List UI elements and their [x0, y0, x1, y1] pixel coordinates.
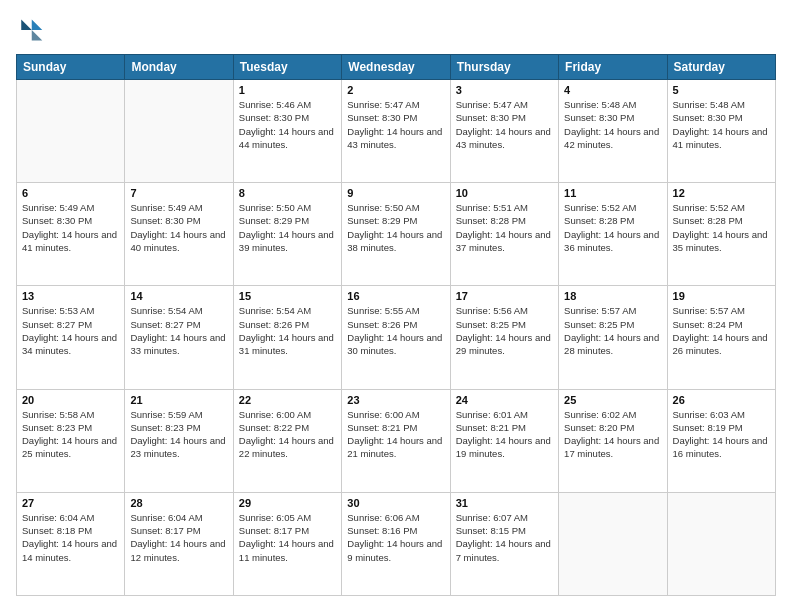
- calendar-cell: 24Sunrise: 6:01 AMSunset: 8:21 PMDayligh…: [450, 389, 558, 492]
- weekday-header: Wednesday: [342, 55, 450, 80]
- header: [16, 16, 776, 44]
- day-number: 8: [239, 187, 336, 199]
- calendar-cell: 3Sunrise: 5:47 AMSunset: 8:30 PMDaylight…: [450, 80, 558, 183]
- day-info: Sunrise: 6:02 AMSunset: 8:20 PMDaylight:…: [564, 408, 661, 461]
- calendar-cell: 21Sunrise: 5:59 AMSunset: 8:23 PMDayligh…: [125, 389, 233, 492]
- day-info: Sunrise: 6:01 AMSunset: 8:21 PMDaylight:…: [456, 408, 553, 461]
- calendar-cell: [17, 80, 125, 183]
- day-number: 6: [22, 187, 119, 199]
- calendar-cell: 2Sunrise: 5:47 AMSunset: 8:30 PMDaylight…: [342, 80, 450, 183]
- day-number: 22: [239, 394, 336, 406]
- calendar-cell: 27Sunrise: 6:04 AMSunset: 8:18 PMDayligh…: [17, 492, 125, 595]
- day-number: 30: [347, 497, 444, 509]
- calendar-cell: 14Sunrise: 5:54 AMSunset: 8:27 PMDayligh…: [125, 286, 233, 389]
- calendar-cell: 7Sunrise: 5:49 AMSunset: 8:30 PMDaylight…: [125, 183, 233, 286]
- day-number: 3: [456, 84, 553, 96]
- day-info: Sunrise: 5:54 AMSunset: 8:27 PMDaylight:…: [130, 304, 227, 357]
- calendar-week-row: 20Sunrise: 5:58 AMSunset: 8:23 PMDayligh…: [17, 389, 776, 492]
- day-number: 31: [456, 497, 553, 509]
- weekday-header: Friday: [559, 55, 667, 80]
- calendar-cell: 26Sunrise: 6:03 AMSunset: 8:19 PMDayligh…: [667, 389, 775, 492]
- weekday-header: Tuesday: [233, 55, 341, 80]
- calendar-week-row: 13Sunrise: 5:53 AMSunset: 8:27 PMDayligh…: [17, 286, 776, 389]
- day-number: 14: [130, 290, 227, 302]
- day-info: Sunrise: 5:49 AMSunset: 8:30 PMDaylight:…: [130, 201, 227, 254]
- day-number: 10: [456, 187, 553, 199]
- calendar-cell: 19Sunrise: 5:57 AMSunset: 8:24 PMDayligh…: [667, 286, 775, 389]
- day-number: 20: [22, 394, 119, 406]
- weekday-header: Saturday: [667, 55, 775, 80]
- day-info: Sunrise: 5:54 AMSunset: 8:26 PMDaylight:…: [239, 304, 336, 357]
- calendar-cell: 17Sunrise: 5:56 AMSunset: 8:25 PMDayligh…: [450, 286, 558, 389]
- day-number: 12: [673, 187, 770, 199]
- calendar-week-row: 27Sunrise: 6:04 AMSunset: 8:18 PMDayligh…: [17, 492, 776, 595]
- calendar-cell: 29Sunrise: 6:05 AMSunset: 8:17 PMDayligh…: [233, 492, 341, 595]
- day-info: Sunrise: 5:50 AMSunset: 8:29 PMDaylight:…: [239, 201, 336, 254]
- day-info: Sunrise: 6:04 AMSunset: 8:18 PMDaylight:…: [22, 511, 119, 564]
- day-number: 4: [564, 84, 661, 96]
- calendar-cell: 9Sunrise: 5:50 AMSunset: 8:29 PMDaylight…: [342, 183, 450, 286]
- day-info: Sunrise: 5:47 AMSunset: 8:30 PMDaylight:…: [456, 98, 553, 151]
- day-info: Sunrise: 5:58 AMSunset: 8:23 PMDaylight:…: [22, 408, 119, 461]
- day-info: Sunrise: 5:49 AMSunset: 8:30 PMDaylight:…: [22, 201, 119, 254]
- day-number: 17: [456, 290, 553, 302]
- day-number: 24: [456, 394, 553, 406]
- calendar-week-row: 6Sunrise: 5:49 AMSunset: 8:30 PMDaylight…: [17, 183, 776, 286]
- logo-icon: [16, 16, 44, 44]
- weekday-header: Thursday: [450, 55, 558, 80]
- calendar-cell: 6Sunrise: 5:49 AMSunset: 8:30 PMDaylight…: [17, 183, 125, 286]
- day-number: 29: [239, 497, 336, 509]
- day-number: 21: [130, 394, 227, 406]
- day-number: 7: [130, 187, 227, 199]
- day-info: Sunrise: 5:56 AMSunset: 8:25 PMDaylight:…: [456, 304, 553, 357]
- day-number: 1: [239, 84, 336, 96]
- day-number: 28: [130, 497, 227, 509]
- calendar-cell: 31Sunrise: 6:07 AMSunset: 8:15 PMDayligh…: [450, 492, 558, 595]
- calendar-cell: [125, 80, 233, 183]
- day-info: Sunrise: 5:59 AMSunset: 8:23 PMDaylight:…: [130, 408, 227, 461]
- day-info: Sunrise: 5:55 AMSunset: 8:26 PMDaylight:…: [347, 304, 444, 357]
- day-info: Sunrise: 6:07 AMSunset: 8:15 PMDaylight:…: [456, 511, 553, 564]
- calendar-cell: 20Sunrise: 5:58 AMSunset: 8:23 PMDayligh…: [17, 389, 125, 492]
- calendar-cell: 30Sunrise: 6:06 AMSunset: 8:16 PMDayligh…: [342, 492, 450, 595]
- calendar-cell: 11Sunrise: 5:52 AMSunset: 8:28 PMDayligh…: [559, 183, 667, 286]
- calendar-cell: 5Sunrise: 5:48 AMSunset: 8:30 PMDaylight…: [667, 80, 775, 183]
- day-number: 16: [347, 290, 444, 302]
- day-number: 26: [673, 394, 770, 406]
- day-number: 2: [347, 84, 444, 96]
- day-number: 11: [564, 187, 661, 199]
- calendar-cell: 22Sunrise: 6:00 AMSunset: 8:22 PMDayligh…: [233, 389, 341, 492]
- calendar-cell: 23Sunrise: 6:00 AMSunset: 8:21 PMDayligh…: [342, 389, 450, 492]
- svg-marker-0: [32, 20, 43, 31]
- calendar-table: SundayMondayTuesdayWednesdayThursdayFrid…: [16, 54, 776, 596]
- calendar-cell: 28Sunrise: 6:04 AMSunset: 8:17 PMDayligh…: [125, 492, 233, 595]
- weekday-header: Sunday: [17, 55, 125, 80]
- day-info: Sunrise: 5:48 AMSunset: 8:30 PMDaylight:…: [564, 98, 661, 151]
- day-info: Sunrise: 6:05 AMSunset: 8:17 PMDaylight:…: [239, 511, 336, 564]
- day-number: 13: [22, 290, 119, 302]
- day-info: Sunrise: 5:48 AMSunset: 8:30 PMDaylight:…: [673, 98, 770, 151]
- day-number: 18: [564, 290, 661, 302]
- day-info: Sunrise: 5:47 AMSunset: 8:30 PMDaylight:…: [347, 98, 444, 151]
- weekday-header: Monday: [125, 55, 233, 80]
- day-info: Sunrise: 5:57 AMSunset: 8:24 PMDaylight:…: [673, 304, 770, 357]
- day-info: Sunrise: 5:52 AMSunset: 8:28 PMDaylight:…: [673, 201, 770, 254]
- calendar-week-row: 1Sunrise: 5:46 AMSunset: 8:30 PMDaylight…: [17, 80, 776, 183]
- calendar-cell: 16Sunrise: 5:55 AMSunset: 8:26 PMDayligh…: [342, 286, 450, 389]
- day-number: 27: [22, 497, 119, 509]
- logo: [16, 16, 48, 44]
- page: SundayMondayTuesdayWednesdayThursdayFrid…: [0, 0, 792, 612]
- calendar-cell: 10Sunrise: 5:51 AMSunset: 8:28 PMDayligh…: [450, 183, 558, 286]
- day-info: Sunrise: 6:06 AMSunset: 8:16 PMDaylight:…: [347, 511, 444, 564]
- calendar-cell: 1Sunrise: 5:46 AMSunset: 8:30 PMDaylight…: [233, 80, 341, 183]
- calendar-cell: 12Sunrise: 5:52 AMSunset: 8:28 PMDayligh…: [667, 183, 775, 286]
- calendar-cell: [559, 492, 667, 595]
- day-info: Sunrise: 5:53 AMSunset: 8:27 PMDaylight:…: [22, 304, 119, 357]
- day-info: Sunrise: 5:50 AMSunset: 8:29 PMDaylight:…: [347, 201, 444, 254]
- day-info: Sunrise: 5:51 AMSunset: 8:28 PMDaylight:…: [456, 201, 553, 254]
- svg-marker-1: [32, 30, 43, 41]
- calendar-cell: 8Sunrise: 5:50 AMSunset: 8:29 PMDaylight…: [233, 183, 341, 286]
- calendar-cell: [667, 492, 775, 595]
- day-number: 15: [239, 290, 336, 302]
- calendar-header-row: SundayMondayTuesdayWednesdayThursdayFrid…: [17, 55, 776, 80]
